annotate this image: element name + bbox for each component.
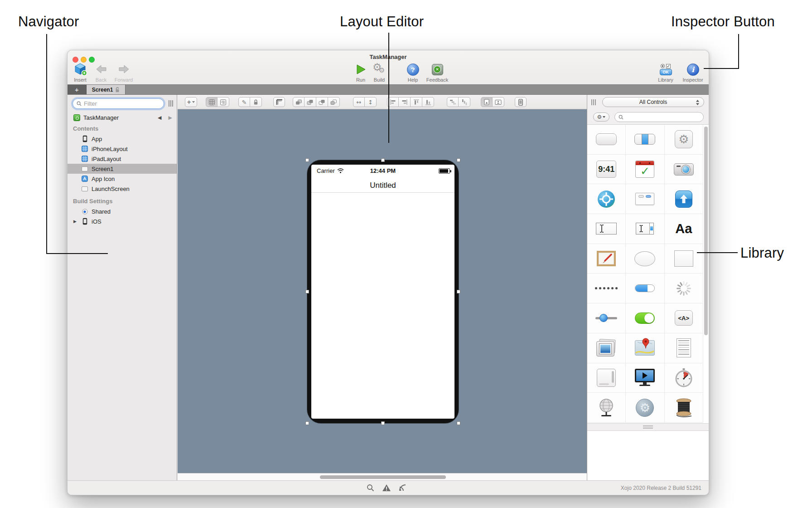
selection-handle-bottom-center[interactable] [381,421,385,425]
scrollbar-thumb[interactable] [320,475,446,479]
edit-toolbar-pencil-button[interactable]: ✎ [238,97,250,107]
library-filter-dropdown[interactable]: All Controls [602,97,704,107]
help-button[interactable]: ? Help [400,62,425,83]
library-control-canvas-paint[interactable] [587,244,626,274]
library-toggle-button[interactable]: ✓ OK Library [653,62,678,83]
search-icon [77,101,82,106]
iphone-mockup[interactable]: Carrier 12:44 PM Unt [307,160,459,423]
library-control-progress-bar[interactable] [626,274,664,303]
edit-toolbar-lock-button[interactable] [250,97,262,107]
navigator-item-iphonelayout[interactable]: iPhoneLayout [68,144,177,154]
navigator-project-row[interactable]: TaskManager ◀ ▶ [68,112,177,122]
checkbox-icon: ✓ [666,64,671,68]
tab-screen1[interactable]: Screen1 [87,85,126,94]
edit-toolbar-align-top-button[interactable] [411,97,422,107]
library-control-activity-spinner[interactable] [665,274,703,303]
edit-toolbar-align-right-button[interactable] [399,97,411,107]
layout-editor-canvas[interactable]: Carrier 12:44 PM Unt [178,109,587,473]
edit-toolbar-space-horizontal-button[interactable] [447,97,459,107]
navigator-drag-handle-icon[interactable] [169,100,173,107]
find-icon[interactable] [367,484,374,492]
library-control-network-globe[interactable] [587,393,626,423]
navigator-item-screen1[interactable]: Screen1 [68,164,177,174]
library-scrollbar-thumb[interactable] [704,127,708,335]
library-search-input[interactable] [614,112,704,122]
library-control-threads-gear[interactable]: ⚙ [626,393,664,423]
library-splitter[interactable] [587,423,709,431]
edit-toolbar-arrange-backward-button[interactable] [316,97,328,107]
library-control-switch[interactable] [626,303,664,333]
navigator-item-launchscreen[interactable]: LaunchScreen [68,184,177,194]
feedback-button[interactable]: ✕ Feedback [425,62,450,83]
edit-toolbar-page-portrait-button[interactable] [481,97,493,107]
library-control-message-box[interactable] [626,184,664,214]
library-control-location[interactable] [587,184,626,214]
navigator-item-app-icon[interactable]: App Icon [68,174,177,184]
library-control-label[interactable]: Aa [665,214,703,244]
library-control-image-view[interactable] [587,333,626,363]
forward-button[interactable]: Forward [111,62,136,83]
edit-toolbar-arrange-forward-button[interactable] [304,97,316,107]
edit-toolbar-arrange-back-button[interactable] [328,97,340,107]
selection-handle-mid-left[interactable] [305,290,309,293]
library-control-movie-player[interactable] [626,363,664,393]
history-forward-icon[interactable]: ▶ [169,115,172,121]
selection-handle-bottom-left[interactable] [305,421,309,425]
edit-toolbar-grid-view-button[interactable] [206,97,218,107]
history-back-icon[interactable]: ◀ [158,115,161,121]
edit-toolbar-lock-width-button[interactable]: ↔ [353,97,365,107]
edit-toolbar-add-menu-button[interactable]: + [185,97,197,107]
selection-handle-top-left[interactable] [305,158,309,162]
library-control-button[interactable] [587,125,626,155]
filter-search-input[interactable]: Filter [72,98,164,109]
library-control-gear-settings[interactable]: ⚙ [665,125,703,155]
navigator-item-app[interactable]: App [68,134,177,144]
selection-handle-bottom-right[interactable] [457,421,460,425]
edit-toolbar-list-view-button[interactable] [218,97,229,107]
selection-handle-mid-right[interactable] [457,290,460,293]
selection-handle-top-right[interactable] [457,158,460,162]
edit-toolbar-page-landscape-button[interactable] [493,97,504,107]
library-header: All Controls [587,95,709,109]
edit-toolbar-lock-height-button[interactable]: ↕ [365,97,377,107]
library-control-share-panel[interactable] [665,184,703,214]
screen1-design-surface[interactable]: Carrier 12:44 PM Unt [311,165,454,419]
library-control-segmented-control[interactable] [626,125,664,155]
library-control-text-field[interactable] [587,214,626,244]
library-control-separator-dots[interactable] [587,274,626,303]
edit-toolbar-align-bottom-button[interactable] [422,97,434,107]
library-control-map-view[interactable] [626,333,664,363]
library-control-date-calendar[interactable]: ✓ [626,155,664,185]
navigator-item-ipadlayout[interactable]: iPadLayout [68,154,177,164]
library-control-camera[interactable] [665,155,703,185]
item-label: App [92,136,102,142]
item-label: iPhoneLayout [92,146,128,152]
edit-toolbar-ruler-button[interactable] [273,97,285,107]
warnings-icon[interactable] [382,484,391,492]
navigator-item-shared[interactable]: Shared [68,206,177,216]
library-control-text-stepper[interactable] [626,214,664,244]
library-gear-menu-button[interactable]: ⚙ [593,112,609,122]
canvas-horizontal-scrollbar[interactable] [178,473,587,480]
new-tab-button[interactable]: + [68,85,87,94]
disclosure-triangle-icon[interactable]: ▶ [73,219,77,224]
library-control-html-viewer[interactable]: <A> [665,303,703,333]
library-control-oval[interactable] [626,244,664,274]
navigator-item-ios[interactable]: ▶iOS [68,216,177,226]
library-drag-handle-icon[interactable] [591,99,596,105]
library-control-datetime-picker[interactable]: 9:41 [587,155,626,185]
edit-toolbar-space-vertical-button[interactable] [459,97,470,107]
edit-toolbar-arrange-front-button[interactable] [293,97,304,107]
library-control-scrollable-area[interactable] [587,363,626,393]
library-control-serial-spool[interactable] [665,393,703,423]
inspector-toggle-button[interactable]: i Inspector [680,62,706,83]
selection-handle-top-center[interactable] [381,158,385,162]
project-icon [73,114,80,121]
library-control-popup-table[interactable] [665,333,703,363]
feed-icon[interactable] [399,484,406,492]
library-control-slider[interactable] [587,303,626,333]
library-control-rectangle[interactable] [665,244,703,274]
library-control-timer[interactable] [665,363,703,393]
edit-toolbar-device-phone-button[interactable] [515,97,527,107]
back-button[interactable]: Back [88,62,114,83]
